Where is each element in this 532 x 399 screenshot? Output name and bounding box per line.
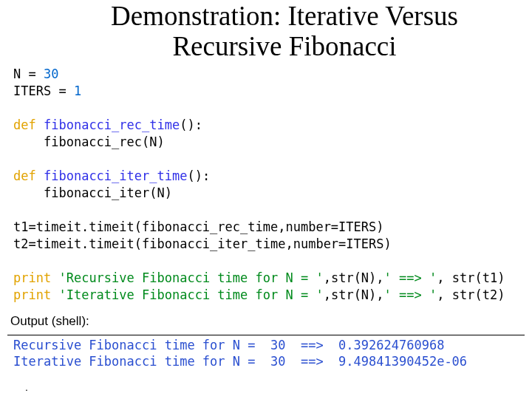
code-line: print 'Iterative Fibonacci time for N = … (13, 287, 505, 302)
code-line: t1=timeit.timeit(fibonacci_rec_time,numb… (13, 219, 384, 234)
code-line: fibonacci_iter(N) (13, 185, 172, 200)
slide-title: Demonstration: Iterative Versus Recursiv… (0, 0, 532, 66)
code-line: fibonacci_rec(N) (13, 134, 165, 149)
shell-line: Iterative Fibonacci time for N = 30 ==> … (13, 354, 467, 369)
code-line: def fibonacci_iter_time(): (13, 168, 210, 183)
footer-mark: . (25, 381, 28, 393)
shell-line: Recursive Fibonacci time for N = 30 ==> … (13, 338, 444, 352)
shell-output: Recursive Fibonacci time for N = 30 ==> … (0, 337, 532, 371)
code-line: def fibonacci_rec_time(): (13, 117, 202, 132)
code-line: t2=timeit.timeit(fibonacci_iter_time,num… (13, 236, 392, 251)
code-line: ITERS = 1 (13, 83, 81, 98)
output-label: Output (shell): (0, 304, 532, 332)
code-line: print 'Recursive Fibonacci time for N = … (13, 270, 505, 285)
code-block: N = 30 ITERS = 1 def fibonacci_rec_time(… (0, 66, 532, 303)
slide: Demonstration: Iterative Versus Recursiv… (0, 0, 532, 399)
divider (7, 335, 525, 335)
code-line: N = 30 (13, 66, 58, 81)
